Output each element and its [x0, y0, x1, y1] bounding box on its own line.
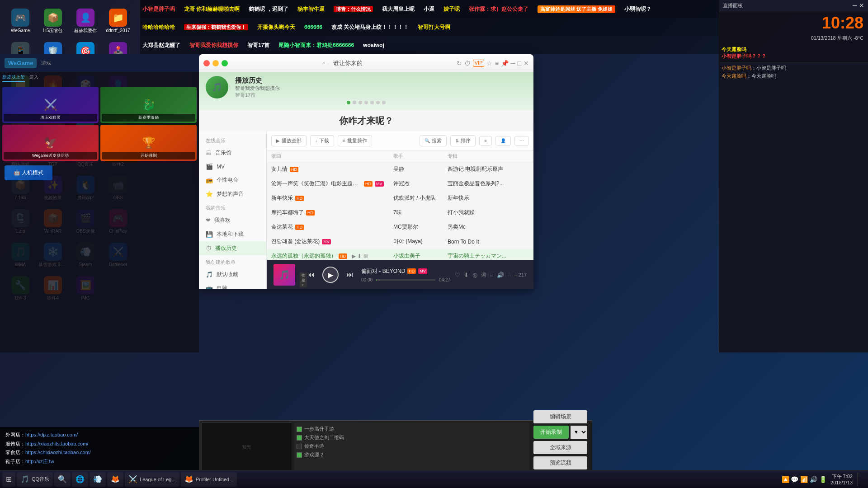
obs-checkbox-4[interactable] — [297, 452, 302, 458]
start-button[interactable]: ⊞ — [2, 472, 15, 487]
sidebar-item-dream[interactable]: ⭐ 梦想的声音 — [199, 187, 266, 201]
window-max-icon[interactable]: □ — [518, 60, 521, 67]
more-button[interactable]: ⋯ — [514, 136, 529, 145]
download-button[interactable]: ↓ 下载 — [310, 135, 334, 146]
sidebar-item-default-fav[interactable]: 🎵 默认收藏 — [199, 267, 266, 282]
menu-icon[interactable]: ≡ — [495, 60, 498, 67]
table-row[interactable]: 摩托车都嗨了 HD 7味 打小我就躁 — [267, 206, 533, 220]
min-btn[interactable] — [212, 60, 219, 66]
game-nav-new[interactable]: 新皮肤上架 — [2, 74, 25, 82]
obs-scene-item[interactable]: 传奇手游 — [297, 442, 527, 450]
sidebar-item-history[interactable]: ⏱ 播放历史 — [199, 241, 266, 255]
ai-robot-button[interactable]: 🤖 人机模式 — [5, 165, 52, 180]
eq-button[interactable]: ≡ — [490, 272, 493, 278]
lyrics-button[interactable]: 词 — [481, 272, 486, 278]
view-button[interactable]: ≡ — [479, 136, 492, 145]
dl-icon: ↓ — [315, 138, 317, 143]
next-button[interactable]: ⏭ — [343, 268, 357, 282]
table-row[interactable]: 진달래꽃 (金达莱花) MV 마야 (Maya) Born To Do It — [267, 235, 533, 249]
obs-checkbox-1[interactable] — [297, 427, 302, 432]
clock-icon[interactable]: ⏱ — [464, 60, 471, 67]
sidebar-item-museum[interactable]: 🏛 音乐馆 — [199, 146, 266, 160]
sidebar-item-local[interactable]: 💾 本地和下载 — [199, 227, 266, 241]
right-panel-close[interactable]: ✕ — [859, 2, 864, 9]
game-thumb-1[interactable]: ⚔️ 周庄双联盟 — [2, 87, 99, 123]
obs-scene-item[interactable]: 游戏源 2 — [297, 450, 527, 459]
game-thumb-4[interactable]: 🏆 开始录制 — [100, 125, 197, 161]
table-row[interactable]: 女儿情 HD 吴静 西游记 电视剧配乐原声 — [267, 162, 533, 177]
taskbar-qq-music[interactable]: 🎵 QQ音乐 — [17, 472, 53, 487]
download-button-player[interactable]: ⬇ — [464, 272, 469, 278]
max-btn[interactable] — [222, 60, 228, 66]
dot-3[interactable] — [359, 101, 362, 104]
icon-ddnrff[interactable]: 📁 ddnrff_2017 — [102, 5, 134, 37]
chat3-msg-4: 尾随小智而来：君鸡处6666666 — [278, 42, 354, 49]
progress-bar[interactable] — [376, 279, 435, 281]
icon-wegame[interactable]: 🎮 WeGame — [5, 5, 36, 37]
taskbar-firefox[interactable]: 🦊 — [107, 472, 123, 487]
play-icon: ▶ — [276, 138, 280, 143]
edit-scene-button[interactable]: 编辑场景 — [533, 410, 587, 423]
record-dropdown[interactable]: ▼ — [571, 426, 587, 439]
start-record-button[interactable]: 开始录制 — [533, 426, 569, 439]
show-desktop-btn[interactable] — [858, 473, 861, 486]
preview-stream-button[interactable]: 预览流频 — [533, 456, 587, 469]
volume-button[interactable]: 🔊 — [497, 272, 504, 278]
table-row[interactable]: 沧海一声笑《笑傲江湖》电影主题曲《笑傲江湖》电视剧主题... HD MV 许冠杰… — [267, 177, 533, 191]
star-icon[interactable]: ☆ — [486, 60, 492, 67]
sidebar-item-pc[interactable]: 📺 电脑 — [199, 282, 266, 289]
dot-2[interactable] — [353, 101, 356, 104]
table-row[interactable]: 金达莱花 HD MC贾那尔 另类Mc — [267, 220, 533, 235]
sidebar-item-radio[interactable]: 📻 个性电台 — [199, 173, 266, 187]
dot-7[interactable] — [382, 101, 386, 104]
icon-h5zip[interactable]: 📦 H5压缩包 — [37, 5, 69, 37]
batch-button[interactable]: ≡ 批量操作 — [338, 135, 372, 146]
search-icon-taskbar: 🔍 — [58, 475, 67, 483]
store-line-1: 外网店：https://djxz.taobao.com/ — [5, 431, 193, 440]
like-button[interactable]: ♡ — [455, 272, 460, 278]
sort-button[interactable]: ⇅ 排序 — [450, 135, 476, 146]
right-panel-minimize[interactable]: ─ — [853, 2, 857, 9]
close-btn[interactable] — [203, 60, 210, 66]
sidebar-item-mv[interactable]: 🎬 MV — [199, 160, 266, 173]
dot-4[interactable] — [364, 101, 368, 104]
sidebar-item-favorites[interactable]: ❤ 我喜欢 — [199, 213, 266, 227]
taskbar-steam[interactable]: 💨 — [90, 472, 106, 487]
chat-msg-6: 我大周皇上呢 — [382, 5, 415, 13]
share-button[interactable]: ◎ — [472, 272, 477, 278]
dot-5[interactable] — [370, 101, 374, 104]
obs-scene-item[interactable]: 一步高升手游 — [297, 425, 527, 433]
dot-1[interactable] — [347, 101, 350, 104]
dot-6[interactable] — [376, 101, 380, 104]
steam-icon-taskbar: 💨 — [93, 475, 102, 483]
icon-haha[interactable]: 👤 赫赫我爱你 — [70, 5, 101, 37]
play-pause-button[interactable]: ▶ — [322, 267, 339, 283]
game-thumbnails: ⚔️ 周庄双联盟 🐉 新赛季激励 🦅 Wegame送皮肤活动 🏆 开始录制 — [0, 84, 199, 163]
window-min-icon[interactable]: ─ — [511, 60, 515, 67]
table-row[interactable]: 新年快乐 HD 优欢派对 / 小虎队 新年快乐 — [267, 191, 533, 206]
taskbar-league[interactable]: ⚔️ League of Leg... — [125, 472, 179, 487]
obs-checkbox-3[interactable] — [297, 444, 302, 449]
search-button[interactable]: 🔍 搜索 — [420, 135, 447, 146]
chat2-msg-2: 生来倔强：鹤鹤我也爱你！ — [184, 24, 248, 31]
all-sources-button[interactable]: 全域来源 — [533, 441, 587, 454]
table-row[interactable]: 永远的孤独（永远的孤独） HD ▶ ⬇ ✉ 小坂由美子 宇宙の騎士テッカマン..… — [267, 249, 533, 260]
obs-checkbox-2[interactable] — [297, 435, 302, 441]
window-close-icon[interactable]: ✕ — [524, 60, 529, 67]
refresh-icon[interactable]: ↻ — [457, 60, 462, 67]
tv-icon: 📺 — [206, 285, 213, 289]
taskbar-profile[interactable]: 🦊 Profile: Untitled... — [181, 472, 237, 487]
game-thumb-2[interactable]: 🐉 新赛季激励 — [100, 87, 197, 123]
obs-scene-item[interactable]: 大天使之剑二维码 — [297, 433, 527, 442]
music-player-bar: 🎵 收藏× ⏮ ▶ ⏭ 偏面对 - BEYOND HD MV — [267, 260, 533, 289]
taskbar-ie[interactable]: 🌐 — [72, 472, 88, 487]
user-button[interactable]: 👤 — [495, 136, 511, 145]
play-all-button[interactable]: ▶ 播放全部 — [271, 135, 307, 146]
game-nav-enter[interactable]: 进入 — [29, 74, 38, 82]
chat-msg-8: 嫂子呢 — [443, 5, 460, 13]
game-thumb-3[interactable]: 🦅 Wegame送皮肤活动 — [2, 125, 99, 161]
vip-label[interactable]: VIP — [473, 60, 485, 67]
pin-icon[interactable]: 📌 — [501, 60, 509, 67]
playlist-count-badge[interactable]: ≡ 217 — [514, 272, 527, 277]
taskbar-search[interactable]: 🔍 — [54, 472, 71, 487]
